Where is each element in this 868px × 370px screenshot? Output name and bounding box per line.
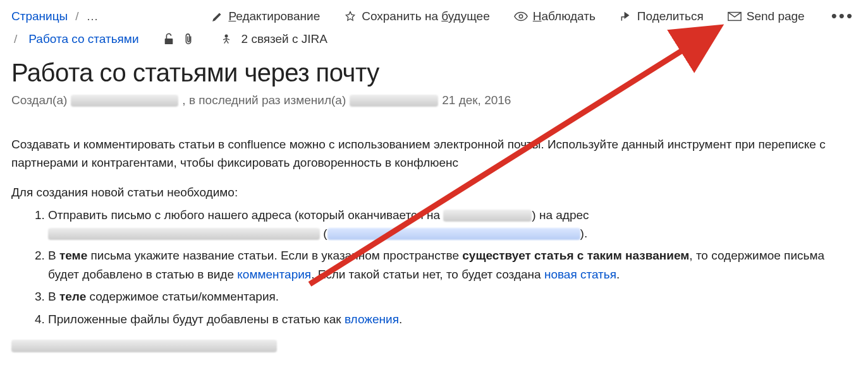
list-item: В теме письма укажите название статьи. Е… xyxy=(48,246,857,283)
envelope-icon xyxy=(728,11,742,21)
edit-button[interactable]: Редактирование xyxy=(212,9,320,23)
byline-modified-label: , в последний раз изменил(а) xyxy=(182,93,346,107)
breadcrumb-ellipsis[interactable]: … xyxy=(86,9,98,23)
svg-point-0 xyxy=(519,15,523,18)
jira-icon xyxy=(220,33,233,45)
share-icon xyxy=(620,11,632,22)
list-item: Отправить письмо с любого нашего адреса … xyxy=(48,206,857,243)
pre-list-paragraph: Для создания новой статьи необходимо: xyxy=(11,184,857,202)
list-item: В теле содержимое статьи/комментария. xyxy=(48,287,857,306)
redacted-domain xyxy=(443,210,532,222)
list-item: Приложенные файлы будут добавлены в стат… xyxy=(48,310,857,328)
steps-list: Отправить письмо с любого нашего адреса … xyxy=(11,206,857,329)
share-button[interactable]: Поделиться xyxy=(620,9,704,23)
save-for-later-button[interactable]: Сохранить на будущее xyxy=(344,9,490,23)
eye-icon xyxy=(514,11,528,22)
svg-point-3 xyxy=(224,35,228,38)
send-page-button[interactable]: Send page xyxy=(728,9,805,23)
attachment-icon[interactable] xyxy=(183,33,193,45)
redacted-footer xyxy=(11,340,277,352)
unlock-icon[interactable] xyxy=(163,33,174,45)
svg-rect-2 xyxy=(164,39,173,44)
more-actions-button[interactable]: ••• xyxy=(829,6,857,26)
share-label: Поделиться xyxy=(637,9,704,23)
pencil-icon xyxy=(212,11,223,22)
breadcrumb-current[interactable]: Работа со статьями xyxy=(28,32,138,46)
breadcrumb-sep-2: / xyxy=(11,32,20,46)
watch-button[interactable]: Наблюдать xyxy=(514,9,596,23)
redacted-email xyxy=(48,228,320,240)
send-label: Send page xyxy=(747,9,805,23)
new-article-link[interactable]: новая статья xyxy=(544,268,616,281)
redacted-author xyxy=(71,95,178,107)
save-label: Сохранить на будущее xyxy=(362,9,490,23)
page-byline: Создал(а) , в последний раз изменил(а) 2… xyxy=(0,92,868,109)
watch-label: Наблюдать xyxy=(533,9,596,23)
intro-paragraph: Создавать и комментировать статьи в conf… xyxy=(11,136,857,172)
topbar: Страницы / … Редактирование Сохранить на… xyxy=(0,0,868,27)
breadcrumb-row-2: / Работа со статьями 2 связей с JIRA xyxy=(0,27,868,50)
breadcrumb-sep: / xyxy=(73,9,81,23)
byline-created-label: Создал(а) xyxy=(11,93,67,107)
comment-link[interactable]: комментария xyxy=(237,268,311,281)
star-icon xyxy=(344,10,357,23)
breadcrumb-pages[interactable]: Страницы xyxy=(11,9,68,23)
page-actions: Редактирование Сохранить на будущее Набл… xyxy=(212,6,857,26)
redacted-email-2 xyxy=(327,228,580,240)
byline-date: 21 дек, 2016 xyxy=(442,93,511,107)
page-body: Создавать и комментировать статьи в conf… xyxy=(0,109,868,361)
jira-links-label[interactable]: 2 связей с JIRA xyxy=(241,32,327,46)
page-title: Работа со статьями через почту xyxy=(0,50,868,92)
edit-label: Редактирование xyxy=(228,9,320,23)
attachments-link[interactable]: вложения xyxy=(345,313,399,326)
redacted-modifier xyxy=(350,95,438,107)
